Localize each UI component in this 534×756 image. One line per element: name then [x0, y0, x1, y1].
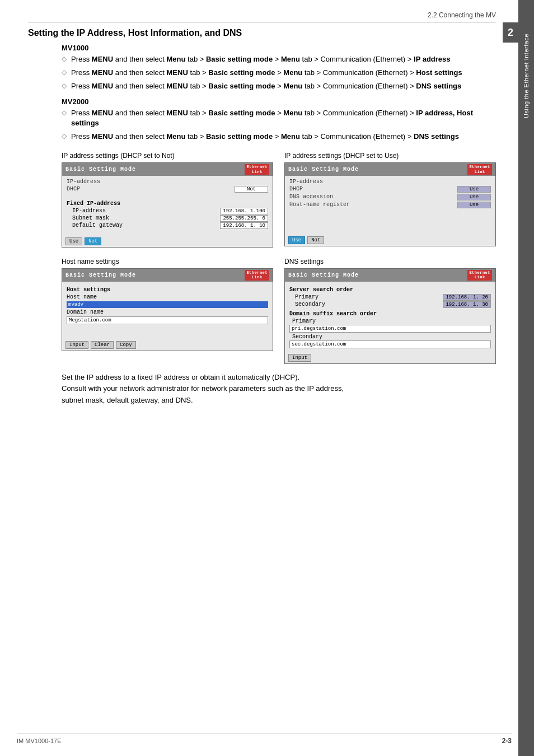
mv1000-section: MV1000 ◇ Press MENU and then select Menu… [28, 44, 496, 92]
chapter-badge: 2 [503, 22, 518, 43]
bullet-text: Press MENU and then select Menu tab > Ba… [71, 132, 459, 142]
screen-footer: Input [285, 352, 495, 363]
bullet-diamond: ◇ [62, 109, 67, 116]
secondary2-value: sec.degstation.com [289, 340, 491, 348]
mv2000-section: MV2000 ◇ Press MENU and then select MENU… [28, 97, 496, 142]
host-screen-block: Host name settings Basic Setting Mode Et… [62, 258, 273, 364]
screen-header: Basic Setting Mode EthernetLink [285, 163, 495, 176]
footer-right: 2-3 [502, 737, 512, 745]
mv2000-label: MV2000 [62, 97, 496, 106]
host-frame: Basic Setting Mode EthernetLink Host set… [62, 268, 273, 351]
screen-body: IP-address DHCP Use DNS accession Use [285, 176, 495, 235]
caption-text: IP address settings (DHCP set to Not) [62, 152, 175, 160]
page-title: Setting the IP Address, Host Information… [28, 28, 496, 38]
desc-line2: Consult with your network administrator … [62, 383, 496, 395]
clear-btn[interactable]: Clear [91, 341, 114, 349]
screen-body: Server search order Primary 192.168. 1. … [285, 282, 495, 352]
screen-title: Basic Setting Mode [65, 272, 136, 278]
screen-row: DHCP Use [289, 186, 491, 193]
copy-btn[interactable]: Copy [116, 341, 136, 349]
screen-footer: Input Clear Copy [62, 339, 273, 351]
section-label: 2.2 Connecting the MV [428, 11, 496, 19]
input-btn[interactable]: Input [65, 341, 88, 349]
domain-name-label: Domain name [67, 309, 268, 315]
desc-line1: Set the IP address to a fixed IP address… [62, 372, 496, 384]
bullet-diamond: ◇ [62, 82, 67, 90]
screen-indented: Subnet mask 255.255.255. 0 [72, 215, 268, 222]
host-name-label: Host name [67, 294, 268, 300]
screen-body: Host settings Host name mvadv Domain nam… [62, 282, 273, 339]
mv1000-bullet-2: ◇ Press MENU and then select MENU tab > … [62, 68, 496, 78]
bullet-text: Press MENU and then select MENU tab > Ba… [71, 68, 462, 78]
host-settings-label: Host settings [67, 287, 268, 293]
host-caption: Host name settings [62, 258, 273, 265]
footer: IM MV1000-17E 2-3 [17, 734, 512, 745]
bullet-diamond: ◇ [62, 68, 67, 76]
use-btn[interactable]: Use [65, 237, 82, 245]
screen-title: Basic Setting Mode [65, 166, 136, 172]
sidebar-label: Using the Ethernet Interface [523, 34, 530, 118]
mv1000-bullet-3: ◇ Press MENU and then select MENU tab > … [62, 81, 496, 91]
bullet-diamond: ◇ [62, 55, 67, 63]
ethernet-badge: EthernetLink [245, 164, 269, 175]
domain-suffix-label: Domain suffix search order [289, 311, 491, 317]
use-btn[interactable]: Use [288, 236, 305, 244]
description-block: Set the IP address to a fixed IP address… [62, 372, 496, 407]
screens-row-2: Host name settings Basic Setting Mode Et… [62, 258, 496, 364]
mv1000-bullet-1: ◇ Press MENU and then select Menu tab > … [62, 54, 496, 64]
dns-frame: Basic Setting Mode EthernetLink Server s… [284, 268, 496, 364]
mv2000-bullet-2: ◇ Press MENU and then select Menu tab > … [62, 132, 496, 142]
dns-caption: DNS settings [284, 258, 496, 265]
primary-row: Primary 192.168. 1. 20 [295, 294, 491, 301]
bullet-text: Press MENU and then select MENU tab > Ba… [71, 108, 496, 128]
mv1000-label: MV1000 [62, 44, 496, 52]
caption-text: DNS settings [284, 258, 324, 265]
footer-left: IM MV1000-17E [17, 738, 61, 744]
screen-body: IP-address DHCP Not Fixed IP-address IP-… [62, 176, 273, 236]
bullet-diamond: ◇ [62, 132, 67, 140]
primary2-value: pri.degstation.com [289, 325, 491, 333]
screen-row: Host-name register Use [289, 202, 491, 208]
server-search-label: Server search order [289, 287, 491, 293]
not-btn[interactable]: Not [307, 236, 324, 244]
ip-use-frame: Basic Setting Mode EthernetLink IP-addre… [284, 162, 496, 246]
ip-not-caption: IP address settings (DHCP set to Not) [62, 152, 273, 160]
dns-screen-block: DNS settings Basic Setting Mode Ethernet… [284, 258, 496, 364]
desc-line3: subnet mask, default gateway, and DNS. [62, 395, 496, 407]
screen-indented: IP-address 192.168. 1.100 [72, 208, 268, 214]
mv2000-bullet-1: ◇ Press MENU and then select MENU tab > … [62, 108, 496, 128]
screen-header: Basic Setting Mode EthernetLink [62, 269, 273, 282]
host-name-value: mvadv [67, 301, 268, 308]
not-btn[interactable]: Not [85, 237, 101, 245]
ip-not-frame: Basic Setting Mode EthernetLink IP-addre… [62, 162, 273, 248]
ethernet-badge: EthernetLink [467, 164, 492, 175]
screen-row: DHCP Not [67, 186, 268, 193]
screen-title: Basic Setting Mode [288, 166, 359, 172]
ethernet-badge: EthernetLink [467, 270, 492, 281]
bullet-text: Press MENU and then select Menu tab > Ba… [71, 54, 451, 64]
secondary-value: 192.168. 1. 30 [443, 301, 491, 308]
caption-text: Host name settings [62, 258, 119, 265]
ip-not-screen-block: IP address settings (DHCP set to Not) Ba… [62, 152, 273, 248]
screen-footer: Use Not [285, 235, 495, 246]
screen-row: DNS accession Use [289, 194, 491, 200]
screen-header: Basic Setting Mode EthernetLink [285, 269, 495, 282]
screen-footer: Use Not [62, 236, 273, 247]
primary-value: 192.168. 1. 20 [443, 294, 491, 301]
sidebar-tab: 2 Using the Ethernet Interface [518, 0, 534, 756]
secondary2-label: Secondary [292, 334, 491, 340]
input-btn[interactable]: Input [288, 354, 311, 362]
screen-row: IP-address [289, 179, 491, 185]
ethernet-badge: EthernetLink [245, 270, 269, 281]
ip-use-screen-block: IP address settings (DHCP set to Use) Ba… [284, 152, 496, 248]
bullet-text: Press MENU and then select MENU tab > Ba… [71, 81, 461, 91]
screen-row: IP-address [67, 179, 268, 185]
primary2-label: Primary [292, 318, 491, 324]
domain-name-value: Megstation.com [67, 316, 268, 324]
screen-title: Basic Setting Mode [288, 272, 359, 278]
screens-row-1: IP address settings (DHCP set to Not) Ba… [62, 152, 496, 248]
screen-indented: Default gateway 192.168. 1. 10 [72, 222, 268, 229]
caption-text: IP address settings (DHCP set to Use) [284, 152, 399, 160]
secondary-row: Secondary 192.168. 1. 30 [295, 301, 491, 308]
screen-header: Basic Setting Mode EthernetLink [62, 163, 273, 176]
